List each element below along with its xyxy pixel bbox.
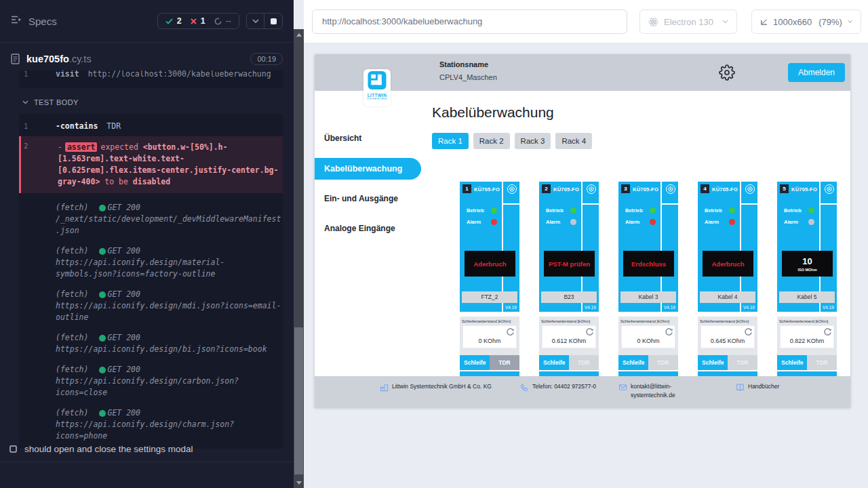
sidebar-item-3[interactable]: Ein- und Ausgänge bbox=[324, 194, 398, 203]
stop-button[interactable] bbox=[264, 14, 282, 28]
tab-rack-1[interactable]: Rack 1 bbox=[432, 133, 469, 149]
app-footer: Littwin Systemtechnik GmbH & Co. KGTelef… bbox=[315, 376, 850, 407]
refresh-icon[interactable] bbox=[823, 327, 832, 336]
tdr-button[interactable]: TDR bbox=[648, 355, 678, 370]
fetch-log-row[interactable]: (fetch) GET 200 https://api.iconify.desi… bbox=[19, 245, 283, 280]
alarm-led-row: Alarm bbox=[467, 219, 497, 225]
address-bar[interactable]: http://localhost:3000/kabelueberwachung bbox=[312, 9, 627, 34]
card-gear-icon[interactable] bbox=[587, 184, 596, 194]
card-model: KÜ705-FO bbox=[711, 186, 739, 192]
collapse-runs-button[interactable] bbox=[247, 14, 264, 28]
refresh-icon[interactable] bbox=[744, 327, 753, 336]
refresh-icon[interactable] bbox=[506, 327, 515, 336]
refresh-icon[interactable] bbox=[665, 327, 673, 336]
reporter-header: Specs 2 1 -- bbox=[0, 0, 294, 43]
cable-label: FTZ_2 bbox=[462, 291, 517, 303]
tdr-button[interactable]: TDR bbox=[569, 355, 599, 370]
betrieb-led bbox=[650, 207, 656, 214]
fetch-log-row[interactable]: (fetch) GET 200 https://api.iconify.desi… bbox=[19, 332, 283, 355]
status-display: PST-M prüfen bbox=[544, 251, 595, 277]
viewport-selector[interactable]: 1000x660 (79%) bbox=[751, 9, 861, 34]
status-display: Erdschluss bbox=[623, 251, 674, 277]
device-card: 2 KÜ705-FO Betrieb Alarm PST-M prüfen B2… bbox=[539, 182, 599, 378]
footer-text: kontakt@littwin-systemtechnik.de bbox=[631, 382, 695, 400]
reporter-scrollbar[interactable] bbox=[294, 29, 304, 488]
tdr-button[interactable]: TDR bbox=[807, 355, 837, 370]
divider bbox=[503, 203, 519, 205]
schleife-button[interactable]: Schleife bbox=[460, 355, 490, 370]
command-log-before-each: 1 visithttp://localhost:3000/kabelueberw… bbox=[19, 70, 283, 88]
settings-gear-icon[interactable] bbox=[719, 64, 735, 81]
browser-selector[interactable]: Electron 130 bbox=[639, 9, 737, 34]
spec-file-row[interactable]: kue705fo.cy.ts 00:19 bbox=[11, 53, 283, 65]
fetch-url: https://api.iconify.design/mdi.json?icon… bbox=[56, 300, 281, 323]
schleife-button[interactable]: Schleife bbox=[539, 355, 569, 370]
test-body-section-header[interactable]: TEST BODY bbox=[22, 96, 283, 108]
failed-assert-row[interactable]: 2 -assertexpected <button.w-[50%].h-[1.5… bbox=[19, 136, 283, 193]
pending-test-icon bbox=[9, 445, 17, 453]
phone-icon bbox=[520, 382, 529, 394]
alarm-led bbox=[491, 219, 497, 225]
device-panel: 1 KÜ705-FO Betrieb Alarm Aderbruch FTZ_2… bbox=[460, 182, 519, 312]
status-ok-dot bbox=[99, 291, 106, 298]
card-gear-icon[interactable] bbox=[745, 184, 755, 194]
fetch-log-row[interactable]: (fetch) GET 200 /_next/static/developmen… bbox=[19, 202, 283, 237]
aut-stage: Stationsname CPLV4_Maschen Abmelden LITT… bbox=[304, 43, 868, 488]
sidebar-item-2[interactable]: Kabelüberwachung bbox=[315, 158, 421, 180]
card-gear-icon[interactable] bbox=[507, 184, 517, 194]
queued-test-row[interactable]: should open and close the settings modal bbox=[9, 444, 285, 454]
visit-command-row[interactable]: 1 visithttp://localhost:3000/kabelueberw… bbox=[19, 70, 283, 83]
test-stats: 2 1 -- bbox=[157, 13, 239, 29]
measurement-panel: Schleifenwiderstand [kOhm] 0.645 KOhm Sc… bbox=[698, 317, 757, 370]
logout-button[interactable]: Abmelden bbox=[788, 63, 845, 82]
measurement-label: Schleifenwiderstand [kOhm] bbox=[460, 319, 519, 323]
scroll-up-arrow-icon[interactable] bbox=[294, 30, 304, 39]
rack-tabs: Rack 1Rack 2Rack 3Rack 4 bbox=[432, 133, 592, 149]
betrieb-led-row: Betrieb bbox=[467, 207, 497, 214]
card-gear-icon[interactable] bbox=[825, 184, 834, 194]
contains-command-row[interactable]: 1 -containsTDR bbox=[19, 118, 283, 135]
sidebar-item-1[interactable]: Übersicht bbox=[324, 134, 361, 143]
schleife-button[interactable]: Schleife bbox=[698, 355, 728, 370]
chevron-down-icon bbox=[722, 20, 728, 24]
station-info: Stationsname CPLV4_Maschen bbox=[439, 60, 497, 81]
refresh-icon[interactable] bbox=[585, 327, 594, 336]
schleife-button[interactable]: Schleife bbox=[618, 355, 648, 370]
alarm-led-row: Alarm bbox=[784, 219, 814, 225]
fetch-url: https://api.iconify.design/bi.json?icons… bbox=[56, 344, 281, 355]
tdr-button[interactable]: TDR bbox=[490, 355, 519, 370]
device-card: 1 KÜ705-FO Betrieb Alarm Aderbruch FTZ_2… bbox=[460, 182, 519, 378]
alarm-led bbox=[570, 219, 576, 225]
schleife-button[interactable]: Schleife bbox=[777, 355, 807, 370]
card-number: 5 bbox=[780, 184, 789, 193]
tab-rack-4[interactable]: Rack 4 bbox=[555, 133, 592, 149]
tab-rack-2[interactable]: Rack 2 bbox=[473, 133, 510, 149]
scrollbar-thumb[interactable] bbox=[294, 327, 303, 474]
mode-buttons: Schleife TDR bbox=[460, 355, 519, 370]
measurement-value-box: 0.645 KOhm bbox=[701, 325, 755, 348]
fetch-log-row[interactable]: (fetch) GET 200 https://api.iconify.desi… bbox=[19, 364, 283, 399]
measurement-panel: Schleifenwiderstand [kOhm] 0 KOhm Schlei… bbox=[460, 317, 519, 370]
scroll-down-arrow-icon[interactable] bbox=[294, 479, 304, 487]
measurement-value: 0.645 KOhm bbox=[701, 338, 754, 344]
betrieb-led-row: Betrieb bbox=[625, 207, 656, 214]
fetch-log-row[interactable]: (fetch) GET 200 https://api.iconify.desi… bbox=[19, 407, 283, 442]
stop-icon bbox=[271, 18, 277, 24]
device-panel: 2 KÜ705-FO Betrieb Alarm PST-M prüfen B2… bbox=[539, 182, 599, 312]
mode-buttons: Schleife TDR bbox=[698, 355, 757, 370]
footer-item-book[interactable]: Handbücher bbox=[736, 382, 779, 394]
fetch-log-row[interactable]: (fetch) GET 200 https://api.iconify.desi… bbox=[19, 289, 283, 323]
book-icon bbox=[736, 382, 745, 394]
status-ok-dot bbox=[99, 410, 106, 417]
specs-label[interactable]: Specs bbox=[28, 16, 57, 27]
sidebar-item-4[interactable]: Analoge Eingänge bbox=[324, 224, 395, 233]
measurement-value: 0.822 KOhm bbox=[781, 338, 833, 344]
card-model: KÜ705-FO bbox=[552, 186, 580, 192]
factory-icon bbox=[380, 382, 389, 394]
footer-item-email[interactable]: kontakt@littwin-systemtechnik.de bbox=[618, 382, 695, 400]
card-gear-icon[interactable] bbox=[666, 184, 675, 194]
card-number: 1 bbox=[462, 184, 471, 193]
tdr-button[interactable]: TDR bbox=[728, 355, 757, 370]
specs-toggle-icon[interactable] bbox=[11, 15, 22, 27]
tab-rack-3[interactable]: Rack 3 bbox=[515, 133, 551, 149]
